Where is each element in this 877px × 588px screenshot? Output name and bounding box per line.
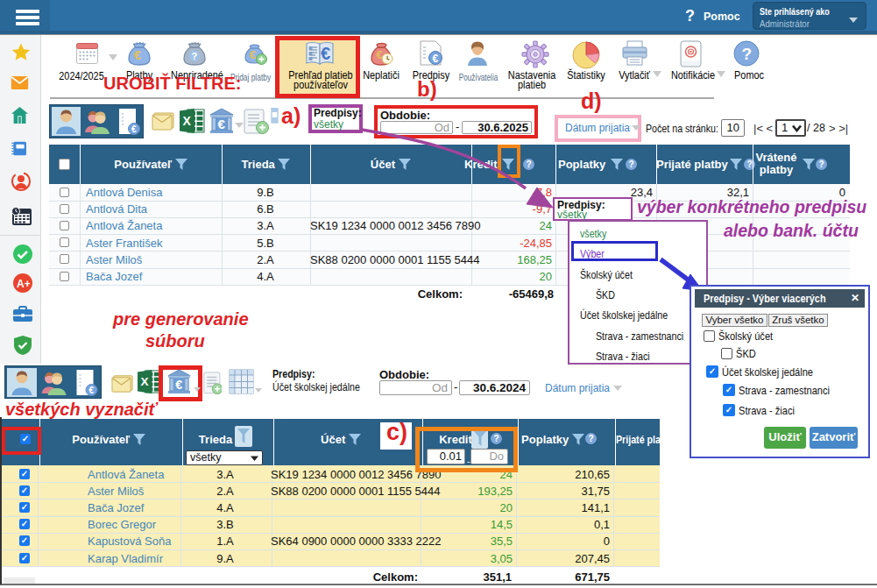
svg-text:€: € [321,44,330,63]
svg-text:?: ? [192,51,198,61]
svg-text:€: € [131,124,137,134]
svg-text:€: € [433,53,439,65]
svg-text:€: € [218,117,226,131]
svg-text:€: € [175,378,182,392]
svg-text:€: € [250,48,256,61]
svg-text:X: X [140,375,148,388]
svg-text:€: € [134,47,142,62]
svg-text:A+: A+ [17,278,31,290]
svg-text:€: € [89,386,95,395]
svg-text:X: X [183,114,192,128]
svg-text:?: ? [742,45,753,63]
